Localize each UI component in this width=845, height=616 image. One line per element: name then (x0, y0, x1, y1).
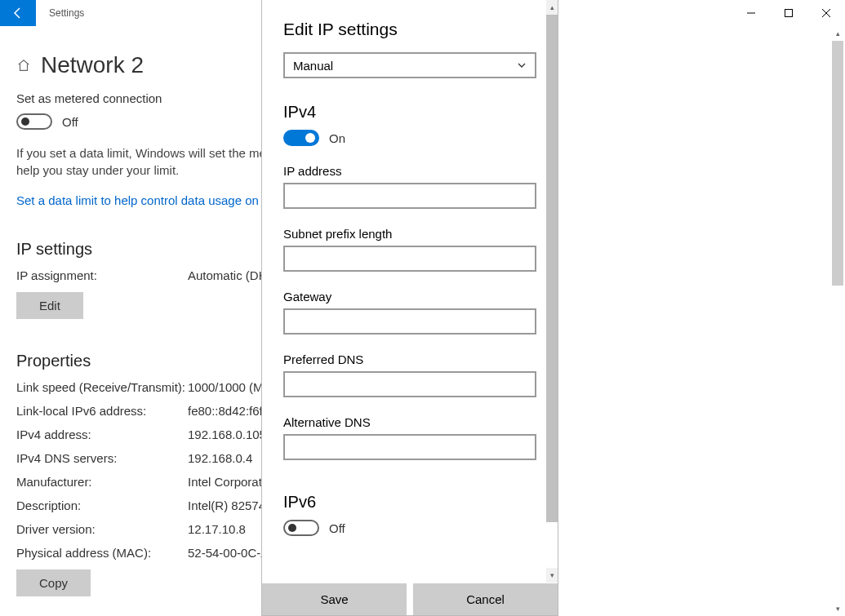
property-key: Physical address (MAC): (16, 546, 188, 560)
property-key: Manufacturer: (16, 475, 188, 489)
dialog-scroll-up-icon[interactable]: ▴ (546, 0, 558, 15)
ipv4-toggle[interactable] (283, 130, 319, 146)
dialog-scroll-down-icon[interactable]: ▾ (546, 568, 558, 583)
dialog-scrollbar-thumb[interactable] (546, 15, 558, 522)
close-icon (822, 9, 830, 17)
gateway-label: Gateway (283, 290, 536, 304)
property-key: IPv4 DNS servers: (16, 451, 188, 465)
ipv4-state: On (329, 131, 345, 145)
property-key: Link speed (Receive/Transmit): (16, 380, 188, 394)
ipv6-toggle-row: Off (283, 520, 536, 536)
page-scrollbar[interactable]: ▴ ▾ (830, 26, 845, 616)
chevron-down-icon (517, 60, 527, 70)
property-value: 192.168.0.4 (188, 451, 252, 465)
ip-address-input[interactable] (283, 183, 536, 209)
cancel-button[interactable]: Cancel (413, 583, 558, 615)
arrow-left-icon (11, 7, 24, 20)
metered-state: Off (62, 115, 78, 129)
ipv6-heading: IPv6 (283, 493, 536, 512)
close-button[interactable] (807, 0, 845, 26)
dialog-footer: Save Cancel (262, 583, 558, 615)
ipv6-toggle[interactable] (283, 520, 319, 536)
dialog-body: Edit IP settings Manual IPv4 On IP addre… (262, 0, 558, 583)
property-value: 192.168.0.105 (188, 428, 266, 441)
edit-ip-dialog: Edit IP settings Manual IPv4 On IP addre… (261, 0, 558, 616)
scrollbar-thumb[interactable] (832, 41, 843, 286)
subnet-input[interactable] (283, 246, 536, 272)
property-value: fe80::8d42:f6f6 (188, 404, 269, 418)
scroll-up-icon[interactable]: ▴ (830, 26, 845, 41)
property-value: 12.17.10.8 (188, 522, 246, 536)
property-value: 52-54-00-0C-A (188, 546, 269, 560)
gateway-input[interactable] (283, 308, 536, 335)
back-button[interactable] (0, 0, 36, 26)
svg-rect-1 (785, 10, 793, 17)
property-key: Link-local IPv6 address: (16, 404, 188, 418)
maximize-button[interactable] (770, 0, 807, 26)
save-button[interactable]: Save (262, 583, 407, 615)
page-title: Network 2 (41, 52, 144, 78)
dialog-scrollbar[interactable]: ▴ ▾ (546, 0, 558, 583)
ipv6-state: Off (329, 521, 345, 535)
maximize-icon (785, 9, 793, 17)
home-icon (16, 58, 31, 73)
ip-mode-select[interactable]: Manual (283, 52, 536, 78)
property-key: Driver version: (16, 522, 188, 536)
preferred-dns-label: Preferred DNS (283, 352, 536, 366)
ip-mode-value: Manual (293, 59, 333, 73)
scroll-down-icon[interactable]: ▾ (830, 601, 845, 616)
edit-button[interactable]: Edit (16, 292, 83, 319)
minimize-button[interactable] (732, 0, 770, 26)
alternative-dns-input[interactable] (283, 434, 536, 460)
property-key: Description: (16, 499, 188, 512)
subnet-label: Subnet prefix length (283, 227, 536, 241)
dialog-title: Edit IP settings (283, 20, 536, 39)
ip-assignment-label: IP assignment: (16, 268, 188, 282)
ipv4-heading: IPv4 (283, 103, 536, 122)
minimize-icon (747, 9, 755, 17)
copy-button[interactable]: Copy (16, 569, 91, 596)
ip-address-label: IP address (283, 164, 536, 178)
ipv4-toggle-row: On (283, 130, 536, 146)
preferred-dns-input[interactable] (283, 371, 536, 397)
metered-toggle[interactable] (16, 113, 52, 130)
alternative-dns-label: Alternative DNS (283, 415, 536, 429)
window-controls (732, 0, 845, 26)
property-key: IPv4 address: (16, 428, 188, 441)
